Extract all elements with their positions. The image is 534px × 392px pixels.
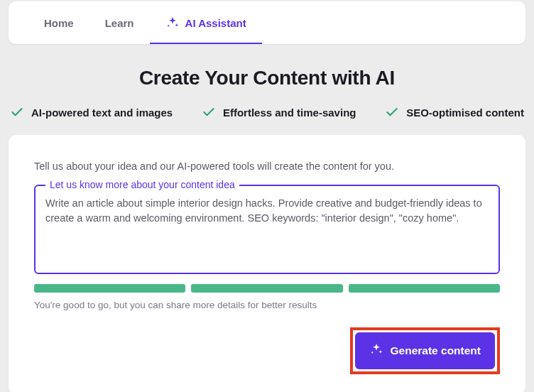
- hero: Create Your Content with AI: [0, 67, 534, 89]
- tab-label: AI Assistant: [185, 17, 246, 29]
- sparkle-icon: [165, 16, 180, 30]
- strength-bar: [349, 284, 500, 293]
- button-label: Generate content: [391, 344, 481, 357]
- field-legend: Let us know more about your content idea: [45, 179, 239, 190]
- idea-field: Let us know more about your content idea: [34, 185, 500, 274]
- check-icon: [385, 105, 399, 119]
- benefit-item: SEO-optimised content: [385, 105, 524, 119]
- check-icon: [202, 105, 216, 119]
- tab-learn[interactable]: Learn: [89, 1, 150, 44]
- page-title: Create Your Content with AI: [0, 67, 534, 89]
- intro-text: Tell us about your idea and our AI-power…: [34, 160, 500, 172]
- content-card: Tell us about your idea and our AI-power…: [9, 135, 525, 392]
- strength-meter: [34, 284, 500, 293]
- benefit-text: SEO-optimised content: [406, 107, 524, 119]
- strength-hint: You're good to go, but you can share mor…: [34, 300, 500, 310]
- tab-label: Learn: [105, 17, 134, 29]
- benefit-item: AI-powered text and images: [10, 105, 173, 119]
- benefit-text: Effortless and time-saving: [223, 107, 356, 119]
- highlight-box: Generate content: [350, 327, 500, 374]
- idea-textarea[interactable]: [45, 196, 489, 260]
- actions-row: Generate content: [34, 327, 500, 374]
- tab-bar: Home Learn AI Assistant: [9, 1, 525, 44]
- benefits-row: AI-powered text and images Effortless an…: [10, 105, 524, 119]
- strength-bar: [34, 284, 185, 293]
- tab-home[interactable]: Home: [28, 1, 89, 44]
- strength-bar: [191, 284, 342, 293]
- generate-content-button[interactable]: Generate content: [355, 332, 495, 369]
- check-icon: [10, 105, 24, 119]
- benefit-text: AI-powered text and images: [31, 107, 173, 119]
- tab-ai-assistant[interactable]: AI Assistant: [150, 1, 262, 44]
- tab-label: Home: [44, 17, 74, 29]
- benefit-item: Effortless and time-saving: [202, 105, 356, 119]
- sparkle-icon: [369, 342, 383, 359]
